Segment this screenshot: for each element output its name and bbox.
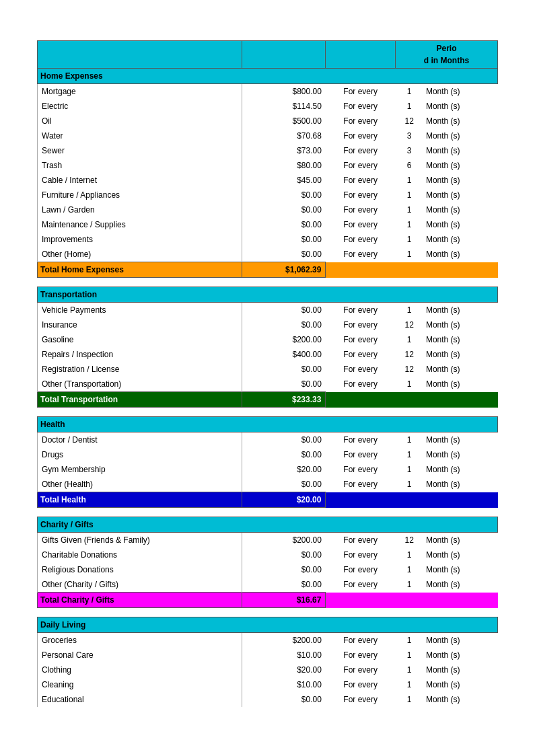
period-label: Month (s)	[423, 677, 498, 692]
amount-value: $0.00	[242, 202, 326, 217]
total-label: Total Transportation	[38, 392, 242, 408]
time-label: For every	[326, 114, 396, 128]
time-label: For every	[326, 432, 396, 448]
time-label: For every	[326, 158, 396, 173]
period-label: Month (s)	[423, 477, 498, 492]
period-label: Month (s)	[423, 562, 498, 577]
table-row: Educational $0.00 For every 1 Month (s)	[38, 692, 498, 707]
time-label: For every	[326, 217, 396, 232]
amount-value: $0.00	[242, 692, 326, 707]
section-header-3: Charity / Gifts	[38, 517, 498, 533]
section-header-1: Transportation	[38, 287, 498, 303]
time-label: For every	[326, 99, 396, 114]
period-label: Month (s)	[423, 202, 498, 217]
amount-value: $0.00	[242, 432, 326, 448]
time-num: 1	[395, 562, 423, 577]
time-label: For every	[326, 562, 396, 577]
amount-value: $0.00	[242, 562, 326, 577]
period-label: Month (s)	[423, 377, 498, 392]
expense-name: Groceries	[38, 633, 242, 648]
period-label: Month (s)	[423, 332, 498, 347]
total-label: Total Health	[38, 492, 242, 508]
time-label: For every	[326, 447, 396, 462]
amount-value: $0.00	[242, 377, 326, 392]
amount-value: $800.00	[242, 84, 326, 100]
spacer-row	[38, 508, 498, 517]
period-label: Month (s)	[423, 232, 498, 247]
amount-value: $80.00	[242, 158, 326, 173]
table-row: Charitable Donations $0.00 For every 1 M…	[38, 547, 498, 562]
period-label: Month (s)	[423, 432, 498, 448]
time-num: 1	[395, 432, 423, 448]
time-num: 12	[395, 362, 423, 377]
expense-name: Gasoline	[38, 332, 242, 347]
amount-value: $20.00	[242, 462, 326, 477]
expense-name: Vehicle Payments	[38, 303, 242, 318]
period-label: Month (s)	[423, 347, 498, 362]
budget-table-wrapper: Period in Months Home Expenses Mortgage …	[37, 40, 498, 716]
section-title: Home Expenses	[38, 69, 498, 84]
section-title: Daily Living	[38, 617, 498, 633]
amount-value: $10.00	[242, 677, 326, 692]
header-expense	[38, 41, 242, 69]
time-num: 1	[395, 303, 423, 318]
spacer-row	[38, 278, 498, 287]
period-label: Month (s)	[423, 114, 498, 128]
time-label: For every	[326, 462, 396, 477]
table-row: Improvements $0.00 For every 1 Month (s)	[38, 232, 498, 247]
expense-name: Cleaning	[38, 677, 242, 692]
time-label: For every	[326, 84, 396, 100]
amount-value: $0.00	[242, 547, 326, 562]
total-row-0: Total Home Expenses $1,062.39	[38, 262, 498, 278]
time-num: 1	[395, 188, 423, 202]
amount-value: $200.00	[242, 633, 326, 648]
table-row: Doctor / Dentist $0.00 For every 1 Month…	[38, 432, 498, 448]
total-row-1: Total Transportation $233.33	[38, 392, 498, 408]
total-row-3: Total Charity / Gifts $16.67	[38, 593, 498, 608]
period-label: Month (s)	[423, 188, 498, 202]
amount-value: $200.00	[242, 533, 326, 548]
time-label: For every	[326, 677, 396, 692]
amount-value: $10.00	[242, 648, 326, 663]
time-num: 12	[395, 317, 423, 332]
expense-name: Charitable Donations	[38, 547, 242, 562]
time-num: 1	[395, 99, 423, 114]
time-num: 1	[395, 677, 423, 692]
expense-name: Drugs	[38, 447, 242, 462]
time-num: 1	[395, 202, 423, 217]
period-label: Month (s)	[423, 317, 498, 332]
time-num: 1	[395, 173, 423, 188]
table-row: Other (Health) $0.00 For every 1 Month (…	[38, 477, 498, 492]
amount-value: $0.00	[242, 303, 326, 318]
amount-value: $0.00	[242, 232, 326, 247]
time-num: 1	[395, 692, 423, 707]
time-label: For every	[326, 317, 396, 332]
table-row: Groceries $200.00 For every 1 Month (s)	[38, 633, 498, 648]
time-num: 1	[395, 332, 423, 347]
period-label: Month (s)	[423, 547, 498, 562]
expense-name: Cable / Internet	[38, 173, 242, 188]
table-row: Electric $114.50 For every 1 Month (s)	[38, 99, 498, 114]
expense-name: Other (Health)	[38, 477, 242, 492]
section-title: Charity / Gifts	[38, 517, 498, 533]
period-label: Month (s)	[423, 362, 498, 377]
time-num: 1	[395, 84, 423, 100]
table-row: Cleaning $10.00 For every 1 Month (s)	[38, 677, 498, 692]
expense-name: Registration / License	[38, 362, 242, 377]
time-label: For every	[326, 232, 396, 247]
section-title: Health	[38, 417, 498, 432]
time-num: 6	[395, 158, 423, 173]
time-label: For every	[326, 633, 396, 648]
amount-value: $0.00	[242, 477, 326, 492]
time-label: For every	[326, 247, 396, 262]
time-num: 1	[395, 232, 423, 247]
period-label: Month (s)	[423, 533, 498, 548]
table-row: Water $70.68 For every 3 Month (s)	[38, 128, 498, 143]
time-num: 1	[395, 462, 423, 477]
expense-name: Gifts Given (Friends & Family)	[38, 533, 242, 548]
period-label: Month (s)	[423, 633, 498, 648]
section-header-0: Home Expenses	[38, 69, 498, 84]
period-label: Month (s)	[423, 217, 498, 232]
time-num: 12	[395, 114, 423, 128]
period-label: Month (s)	[423, 173, 498, 188]
